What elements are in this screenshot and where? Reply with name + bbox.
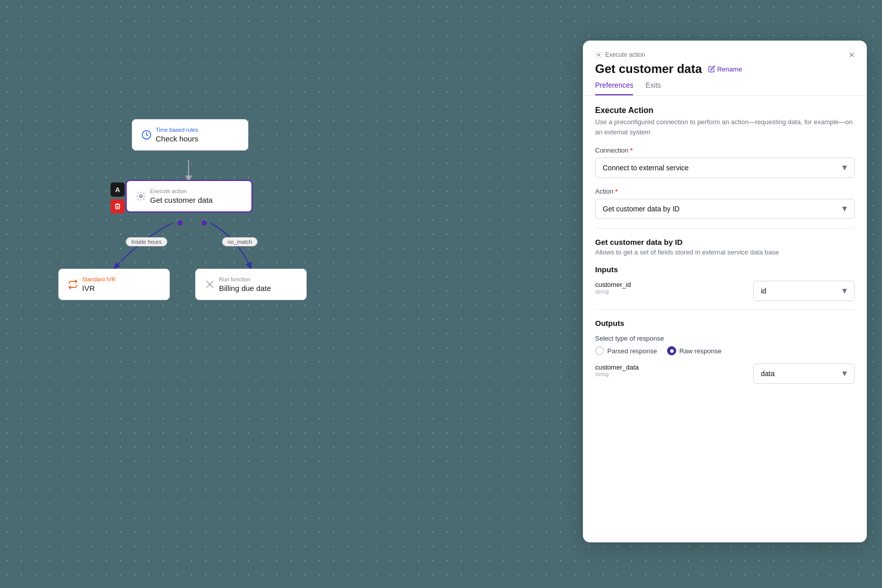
svg-point-4 [202,220,207,226]
panel-title: Get customer data [595,62,702,76]
inside-hours-label: Inside hours [126,237,167,246]
action-select[interactable]: Get customer data by ID [595,199,855,219]
panel-meta-label: Execute action [605,51,645,58]
output-value-select[interactable]: data [753,363,855,384]
standard-ivr-label: Standard IVR [82,276,116,282]
flow-canvas: Time based rules Check hours A Execute a… [0,0,365,588]
parsed-radio[interactable] [595,346,604,355]
time-based-node[interactable]: Time based rules Check hours [132,119,248,151]
connection-field-label: Connection * [595,146,855,155]
run-function-title: Billing due date [219,284,271,292]
output-row-customer-data: customer_data string data ▼ [595,363,855,384]
panel-body: Execute Action Use a preconfigured conne… [583,96,867,542]
standard-ivr-title: IVR [82,284,116,292]
edit-icon [708,65,715,72]
action-required: * [615,187,618,196]
execute-action-node[interactable]: Execute action Get customer data [126,180,252,212]
run-function-label: Run function [219,276,271,282]
ivr-icon [68,279,78,289]
parsed-response-option[interactable]: Parsed response [595,346,657,355]
node-action-a-button[interactable]: A [111,182,125,197]
response-type-label: Select type of response [595,335,855,342]
gear-icon [136,191,146,201]
panel-header: Execute action × Get customer data Renam… [583,41,867,96]
raw-response-label: Raw response [679,347,721,355]
rename-label: Rename [717,65,742,73]
raw-response-option[interactable]: Raw response [667,346,721,355]
connection-select-wrapper: Connect to external service ▼ [595,158,855,178]
svg-point-9 [598,54,600,56]
svg-point-6 [140,195,142,198]
panel: Execute action × Get customer data Renam… [583,41,867,542]
parsed-response-label: Parsed response [607,347,657,355]
gear-meta-icon [595,51,602,58]
connection-select[interactable]: Connect to external service [595,158,855,178]
input-value-select-wrapper: id ▼ [753,281,855,301]
flow-arrows [0,0,365,588]
divider-2 [595,309,855,310]
time-based-title: Check hours [156,134,198,143]
output-type: string [595,371,753,377]
tab-preferences[interactable]: Preferences [595,81,633,95]
outputs-label: Outputs [595,319,855,327]
node-delete-button[interactable] [111,199,125,213]
action-field-label: Action * [595,187,855,196]
clock-icon [141,130,152,140]
panel-meta: Execute action [595,51,645,58]
divider-1 [595,228,855,229]
execute-action-title: Get customer data [150,196,212,204]
execute-action-section-desc: Use a preconfigured connection to perfor… [595,117,855,137]
execute-action-section-title: Execute Action [595,106,855,115]
get-customer-title: Get customer data by ID [595,238,855,246]
inputs-label: Inputs [595,265,855,274]
function-icon [205,279,215,289]
connection-required: * [630,146,633,155]
input-type: string [595,288,753,295]
input-value-select[interactable]: id [753,281,855,301]
standard-ivr-node[interactable]: Standard IVR IVR [58,269,170,300]
run-function-node[interactable]: Run function Billing due date [195,269,307,300]
panel-tabs: Preferences Exits [595,81,855,95]
output-value-select-wrapper: data ▼ [753,363,855,384]
raw-radio[interactable] [667,346,676,355]
time-based-label: Time based rules [156,127,198,133]
input-key: customer_id [595,281,753,288]
get-customer-desc: Allows to get a set of fields stored in … [595,248,855,256]
svg-point-3 [177,220,182,226]
output-key: customer_data [595,363,753,371]
tab-exits[interactable]: Exits [645,81,660,95]
action-select-wrapper: Get customer data by ID ▼ [595,199,855,219]
execute-action-label: Execute action [150,188,212,194]
close-button[interactable]: × [849,50,855,60]
rename-button[interactable]: Rename [708,65,742,73]
response-type-row: Parsed response Raw response [595,346,855,355]
input-row-customer-id: customer_id string id ▼ [595,281,855,301]
no-match-label: no_match [222,237,258,246]
